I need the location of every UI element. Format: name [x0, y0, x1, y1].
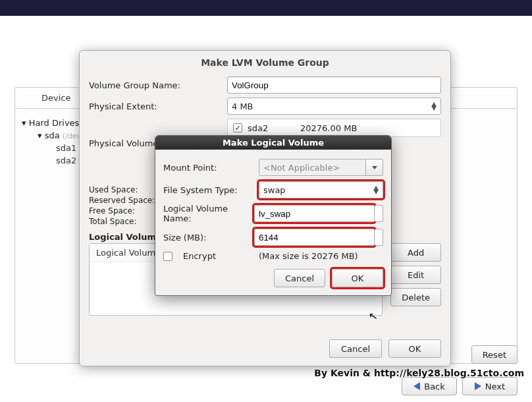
pv-checkbox[interactable]: ✓	[233, 123, 242, 132]
vg-name-label: Volume Group Name:	[89, 80, 227, 90]
edit-lv-button[interactable]: Edit	[390, 266, 441, 284]
spinner-arrows-icon: ▲▼	[431, 102, 437, 110]
top-window-bar	[0, 0, 532, 16]
tree-item-label: sda	[45, 130, 60, 140]
back-button[interactable]: Back	[402, 377, 457, 395]
lv-name-label: Logical Volume Name:	[163, 204, 254, 223]
arrow-left-icon	[413, 382, 420, 390]
tree-item-label: sda1	[56, 143, 76, 153]
fs-type-select[interactable]: swap ▲▼	[259, 181, 383, 198]
vg-name-input[interactable]	[227, 76, 441, 94]
pe-label: Physical Extent:	[89, 101, 227, 111]
size-label: Size (MB):	[163, 233, 254, 243]
next-button[interactable]: Next	[462, 377, 518, 395]
delete-lv-button[interactable]: Delete	[390, 288, 441, 306]
button-label: Edit	[408, 270, 424, 280]
vg-cancel-button[interactable]: Cancel	[329, 339, 382, 358]
button-label: Cancel	[341, 344, 370, 354]
pv-list: ✓ sda2 20276.00 MB	[227, 119, 441, 137]
vg-ok-button[interactable]: OK	[388, 339, 441, 358]
button-label: Cancel	[285, 273, 314, 283]
fs-type-value: swap	[263, 185, 286, 195]
select-value: 4 MB	[232, 101, 253, 111]
size-input[interactable]	[254, 229, 375, 246]
pv-item-size: 20276.00 MB	[300, 123, 357, 133]
dialog-title: Make Logical Volume	[155, 136, 391, 150]
encrypt-checkbox[interactable]	[163, 252, 173, 261]
encrypt-label: Encrypt	[183, 251, 216, 261]
lv-ok-button[interactable]: OK	[332, 269, 383, 287]
lv-name-input-extra[interactable]	[375, 205, 383, 222]
add-lv-button[interactable]: Add	[390, 243, 441, 262]
pv-item-name: sda2	[248, 123, 300, 133]
button-label: OK	[352, 273, 364, 283]
lv-cancel-button[interactable]: Cancel	[274, 269, 325, 287]
max-size-hint: (Max size is 20276 MB)	[259, 251, 383, 261]
lv-name-input[interactable]	[254, 205, 375, 222]
mount-point-input: <Not Applicable>	[259, 159, 366, 176]
reset-button[interactable]: Reset	[471, 345, 518, 364]
pe-select[interactable]: 4 MB ▲▼	[227, 98, 441, 115]
button-label: Add	[408, 248, 424, 258]
button-label: Reset	[483, 350, 506, 360]
mount-point-value: <Not Applicable>	[263, 163, 340, 173]
spinner-arrows-icon: ▲▼	[373, 186, 379, 194]
mount-point-label: Mount Point:	[163, 163, 259, 173]
chevron-down-icon	[372, 166, 377, 169]
credit-text: By Kevin & http://kely28.blog.51cto.com	[314, 368, 524, 378]
button-label: Back	[424, 382, 445, 391]
dialog-title: Make LVM Volume Group	[80, 51, 450, 74]
fs-type-label: File System Type:	[163, 185, 259, 195]
button-label: Next	[485, 382, 505, 391]
mount-point-dropdown[interactable]	[366, 159, 383, 176]
size-input-extra[interactable]	[375, 229, 383, 246]
tree-item-label: sda2	[56, 156, 76, 165]
button-label: Delete	[402, 293, 430, 302]
tree-item-label: Hard Drives	[29, 118, 80, 128]
arrow-right-icon	[475, 382, 481, 390]
make-lv-dialog: Make Logical Volume Mount Point: <Not Ap…	[155, 135, 392, 296]
button-label: OK	[409, 344, 421, 354]
